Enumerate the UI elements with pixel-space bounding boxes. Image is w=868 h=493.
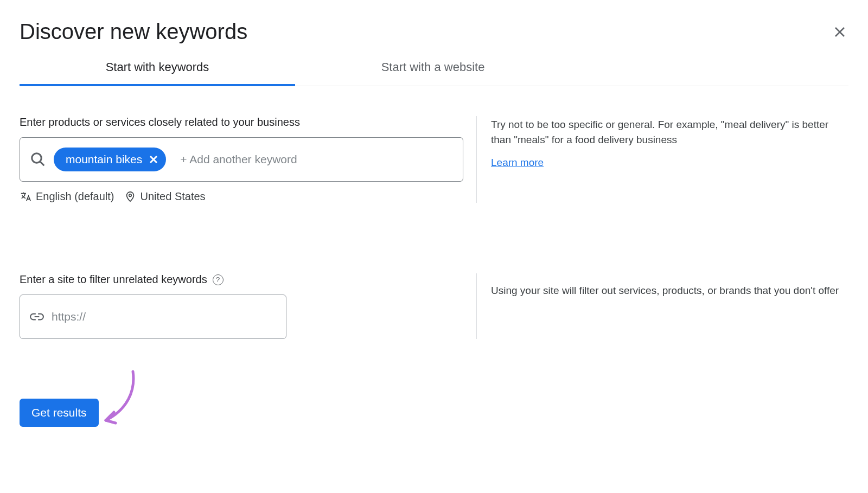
- site-placeholder: https://: [52, 310, 86, 323]
- keywords-hint: Try not to be too specific or general. F…: [491, 117, 848, 147]
- keyword-chip: mountain bikes: [54, 148, 166, 171]
- keyword-input[interactable]: mountain bikes + Add another keyword: [20, 137, 463, 182]
- close-button[interactable]: [833, 25, 846, 42]
- help-icon[interactable]: ?: [213, 274, 224, 285]
- close-icon: [833, 25, 846, 39]
- tab-start-website[interactable]: Start with a website: [295, 60, 571, 86]
- svg-line-1: [40, 162, 44, 166]
- language-selector[interactable]: English (default): [20, 190, 114, 203]
- keyword-chip-label: mountain bikes: [66, 153, 142, 166]
- add-keyword-placeholder[interactable]: + Add another keyword: [180, 153, 297, 166]
- tabs: Start with keywords Start with a website: [20, 60, 848, 86]
- link-icon: [30, 310, 44, 324]
- location-selector[interactable]: United States: [124, 190, 206, 203]
- get-results-button[interactable]: Get results: [20, 399, 99, 427]
- remove-chip-button[interactable]: [149, 155, 158, 164]
- translate-icon: [20, 191, 31, 203]
- svg-point-0: [32, 153, 42, 163]
- search-icon: [30, 151, 46, 168]
- tab-start-keywords[interactable]: Start with keywords: [20, 60, 295, 86]
- location-label: United States: [141, 190, 206, 203]
- site-input[interactable]: https://: [20, 294, 286, 339]
- learn-more-link[interactable]: Learn more: [491, 157, 544, 169]
- keywords-section-label: Enter products or services closely relat…: [20, 116, 457, 129]
- svg-point-2: [129, 194, 131, 196]
- language-label: English (default): [36, 190, 114, 203]
- close-icon: [149, 155, 158, 164]
- page-title: Discover new keywords: [20, 20, 247, 44]
- location-icon: [124, 191, 136, 203]
- filter-section-label: Enter a site to filter unrelated keyword…: [20, 273, 207, 286]
- filter-hint: Using your site will filter out services…: [491, 283, 848, 298]
